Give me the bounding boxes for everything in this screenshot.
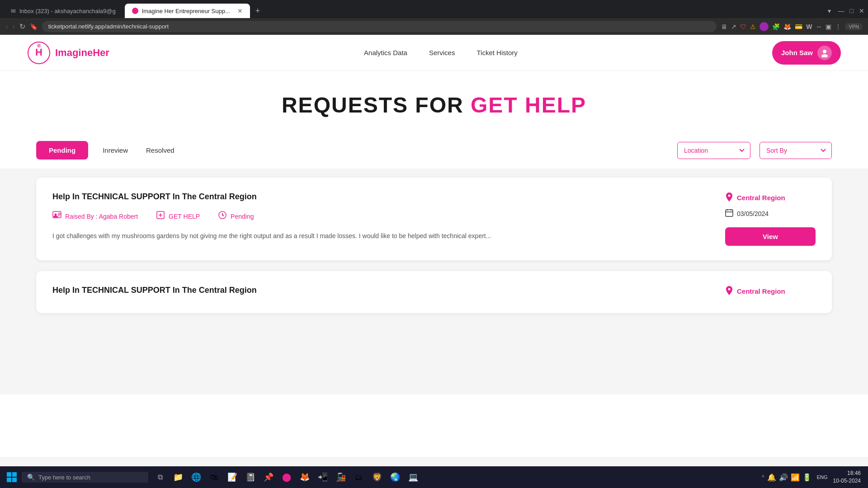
- share-icon[interactable]: ↗: [731, 23, 736, 30]
- logo-text: ImagineHer: [55, 47, 109, 59]
- extensions-icon[interactable]: 🧩: [772, 23, 780, 30]
- page-content: H ImagineHer Analytics Data Services Tic…: [0, 35, 868, 457]
- filter-tabs: Pending Inreview Resolved: [36, 141, 178, 160]
- tab-bar: ✉ Inbox (323) - akshayachanchala9@g Imag…: [0, 0, 868, 18]
- location-pin-icon: [725, 192, 733, 203]
- nav-links: Analytics Data Services Ticket History: [364, 49, 518, 56]
- card-title: Help In TECHNICAL SUPPORT In The Central…: [52, 192, 711, 202]
- raised-by-label: Raised By : Agaba Robert: [65, 213, 138, 220]
- svg-point-3: [823, 50, 826, 53]
- window-maximize-btn[interactable]: □: [850, 7, 854, 14]
- card-title-2: Help In TECHNICAL SUPPORT In The Central…: [52, 286, 711, 295]
- sidebar-icon[interactable]: ▣: [826, 23, 831, 30]
- filter-selects: Location All Regions Central Region Nort…: [677, 142, 832, 159]
- wallet-icon[interactable]: 💳: [795, 23, 802, 30]
- ticket-card: Help In TECHNICAL SUPPORT In The Central…: [36, 178, 832, 260]
- forward-btn[interactable]: ›: [12, 23, 14, 31]
- location-info-2: Central Region: [725, 286, 785, 297]
- tab-imagine[interactable]: Imagine Her Entrepreneur Supp... ✕: [125, 4, 250, 18]
- sort-by-select[interactable]: Sort By Newest First Oldest First A-Z Z-…: [760, 142, 832, 159]
- view-ticket-1-btn[interactable]: View: [725, 227, 816, 246]
- location-text-2: Central Region: [737, 287, 785, 295]
- type-label: GET HELP: [169, 213, 200, 220]
- screen-icon[interactable]: 🖥: [721, 23, 727, 30]
- card-meta: Raised By : Agaba Robert GET HELP Pendin…: [52, 211, 711, 222]
- hero-title-plain: REQUESTS FOR: [282, 93, 471, 117]
- card-side: Central Region 03/05/2024 View: [725, 192, 816, 246]
- reload-btn[interactable]: ↻: [19, 22, 25, 31]
- card-main-2: Help In TECHNICAL SUPPORT In The Central…: [52, 286, 711, 304]
- card-side-2: Central Region: [725, 286, 816, 304]
- tab-close-btn[interactable]: ✕: [237, 7, 243, 14]
- nav-services[interactable]: Services: [429, 49, 455, 56]
- user-avatar: [817, 46, 832, 60]
- brave-shield-icon[interactable]: 🛡: [740, 23, 746, 30]
- meta-type: GET HELP: [156, 211, 200, 222]
- logo-icon: H: [27, 41, 51, 65]
- filters-bar: Pending Inreview Resolved Location All R…: [0, 132, 868, 169]
- clock-icon: [218, 211, 227, 222]
- imagine-tab-label: Imagine Her Entrepreneur Supp...: [142, 8, 230, 14]
- address-input[interactable]: [42, 21, 717, 32]
- fox-icon[interactable]: 🦊: [783, 23, 791, 30]
- gmail-tab-label: Inbox (323) - akshayachanchala9@g: [19, 8, 116, 14]
- card-main: Help In TECHNICAL SUPPORT In The Central…: [52, 192, 711, 246]
- navbar: H ImagineHer Analytics Data Services Tic…: [0, 35, 868, 71]
- gmail-favicon: ✉: [11, 8, 16, 14]
- location-text: Central Region: [737, 194, 785, 202]
- ticket-card-2: Help In TECHNICAL SUPPORT In The Central…: [36, 271, 832, 313]
- new-tab-button[interactable]: +: [252, 5, 264, 18]
- svg-text:H: H: [35, 47, 42, 58]
- logo-plain: Imagine: [55, 47, 93, 58]
- tab-overflow-btn[interactable]: ▾: [828, 7, 831, 14]
- status-label: Pending: [231, 213, 254, 220]
- more-icon[interactable]: ⋮: [835, 23, 841, 30]
- hero-title-accent: GET HELP: [471, 93, 586, 117]
- window-minimize-btn[interactable]: —: [838, 7, 844, 14]
- address-bar: ‹ › ↻ 🔖 🖥 ↗ 🛡 ⚠ 🧩 🦊 💳 W ↔ ▣ ⋮ VPN: [0, 18, 868, 35]
- ticket-type-icon: [156, 211, 165, 222]
- date-text: 03/05/2024: [737, 210, 769, 217]
- nav-ticket-history[interactable]: Ticket History: [476, 49, 517, 56]
- hero-section: REQUESTS FOR GET HELP: [0, 71, 868, 132]
- location-info: Central Region: [725, 192, 785, 203]
- user-button[interactable]: John Saw: [772, 41, 841, 65]
- tab-resolved[interactable]: Resolved: [142, 141, 178, 160]
- profile-circle-icon[interactable]: [760, 22, 769, 31]
- logo-accent: Her: [93, 47, 109, 58]
- location-select[interactable]: Location All Regions Central Region Nort…: [677, 142, 750, 159]
- back-btn[interactable]: ‹: [5, 23, 8, 31]
- svg-point-2: [37, 44, 41, 47]
- warning-icon[interactable]: ⚠: [750, 23, 756, 30]
- vpn-badge[interactable]: VPN: [845, 23, 863, 30]
- browser-toolbar-icons: 🖥 ↗ 🛡 ⚠ 🧩 🦊 💳 W ↔ ▣ ⋮ VPN: [721, 22, 863, 31]
- logo-area[interactable]: H ImagineHer: [27, 41, 109, 65]
- browser-chrome: ✉ Inbox (323) - akshayachanchala9@g Imag…: [0, 0, 868, 35]
- sync-icon[interactable]: ↔: [816, 23, 822, 30]
- hero-title: REQUESTS FOR GET HELP: [0, 93, 868, 117]
- svg-point-6: [55, 214, 57, 216]
- svg-point-4: [821, 54, 828, 57]
- location-pin-icon-2: [725, 286, 733, 297]
- svg-rect-12: [726, 210, 733, 216]
- tab-inreview[interactable]: Inreview: [99, 141, 132, 160]
- meta-raised-by: Raised By : Agaba Robert: [52, 211, 138, 222]
- tab-gmail[interactable]: ✉ Inbox (323) - akshayachanchala9@g: [4, 4, 123, 18]
- tab-pending[interactable]: Pending: [36, 141, 88, 160]
- w-icon[interactable]: W: [806, 23, 812, 30]
- window-close-btn[interactable]: ✕: [859, 7, 864, 14]
- calendar-icon: [725, 209, 733, 218]
- bookmark-icon[interactable]: 🔖: [30, 23, 38, 30]
- meta-status: Pending: [218, 211, 254, 222]
- imagine-favicon: [132, 8, 138, 14]
- user-name: John Saw: [781, 49, 813, 56]
- nav-analytics[interactable]: Analytics Data: [364, 49, 407, 56]
- user-card-icon: [52, 211, 61, 222]
- card-description: I got challenges with my mushrooms garde…: [52, 231, 711, 241]
- cards-area: Help In TECHNICAL SUPPORT In The Central…: [0, 169, 868, 394]
- date-info: 03/05/2024: [725, 209, 769, 218]
